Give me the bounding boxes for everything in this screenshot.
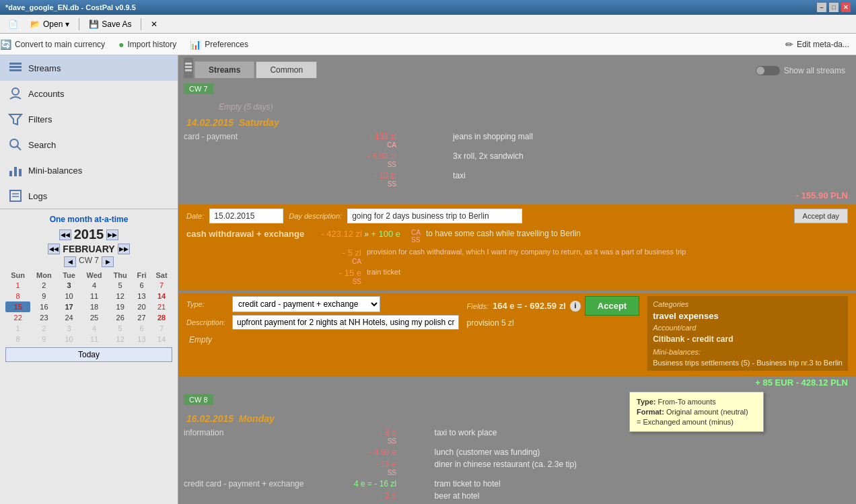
cal-day[interactable]: 2 (30, 280, 57, 291)
cal-day[interactable]: 11 (81, 334, 108, 345)
cal-day[interactable]: 9 (30, 334, 57, 345)
categories-value: travel expenses (653, 311, 843, 321)
cal-day[interactable]: 27 (133, 312, 151, 323)
cal-day[interactable]: 6 (133, 280, 151, 291)
tx-type: card - payment (178, 131, 313, 150)
minimize-button[interactable]: – (817, 3, 826, 12)
sidebar-item-minibalances[interactable]: Mini-balances (0, 157, 178, 183)
today-button[interactable]: Today (5, 347, 172, 362)
cal-prev-year-btn[interactable]: ◀◀ (59, 229, 71, 240)
hl-desc-input[interactable] (347, 209, 522, 223)
form-fields-value: 164 e = - 692.59 zl (493, 301, 566, 311)
convert-currency-button[interactable]: 🔄 Convert to main currency (0, 39, 105, 50)
form-desc-label: Description: (186, 318, 227, 326)
cal-prev-week-btn[interactable]: ◀ (64, 256, 76, 267)
menu-separator-1 (79, 18, 79, 30)
sidebar: Streams Accounts Filters Search Mini-bal… (0, 55, 178, 504)
accept-button[interactable]: Accept (585, 296, 639, 316)
form-row-main: Type: credit card - payment + exchange D… (186, 296, 848, 371)
cal-day[interactable]: 17 (57, 301, 80, 312)
cal-day[interactable]: 14 (151, 334, 172, 345)
cal-day[interactable]: 23 (30, 312, 57, 323)
cal-day[interactable]: 6 (133, 323, 151, 334)
hl-main-tx: cash withdrawal + exchange - 423.12 zl »… (186, 226, 848, 246)
sidebar-item-logs[interactable]: Logs (0, 183, 178, 209)
cal-day[interactable]: 19 (108, 301, 132, 312)
sidebar-item-accounts[interactable]: Accounts (0, 81, 178, 106)
cal-day[interactable]: 8 (5, 334, 30, 345)
cal-day[interactable]: 16 (30, 301, 57, 312)
form-type-select[interactable]: credit card - payment + exchange (232, 296, 380, 312)
cal-day[interactable]: 1 (5, 323, 30, 334)
tx-desc: diner in chinese restaurant (ca. 2.3e ti… (429, 458, 856, 478)
cal-day[interactable]: 4 (81, 323, 108, 334)
account-label: Account/card (653, 324, 843, 332)
svg-rect-12 (185, 63, 192, 65)
cal-day[interactable]: 7 (151, 280, 172, 291)
cal-day[interactable]: 3 (57, 280, 80, 291)
cw8-label: CW 8 (184, 394, 213, 405)
preferences-button[interactable]: 📊 Preferences (190, 39, 248, 50)
tab-common[interactable]: Common (256, 61, 317, 78)
cal-day[interactable]: 21 (151, 301, 172, 312)
cal-day[interactable]: 5 (108, 280, 132, 291)
cal-day[interactable]: 9 (30, 291, 57, 301)
cal-next-month-btn[interactable]: ▶▶ (118, 244, 130, 254)
cal-day[interactable]: 10 (57, 291, 80, 301)
hl-tag-ca: CA (411, 229, 421, 236)
cal-day[interactable]: 24 (57, 312, 80, 323)
cal-day[interactable]: 13 (133, 291, 151, 301)
tx-desc: beer at hotel (429, 490, 856, 502)
menu-save[interactable]: 💾 Save As (83, 18, 137, 30)
tx-type: information (178, 427, 313, 446)
cal-day[interactable]: 4 (81, 280, 108, 291)
edit-meta-button[interactable]: ✏ Edit meta-da... (785, 39, 856, 50)
cal-day[interactable]: 10 (57, 334, 80, 345)
tx-amount: - 10 zl (316, 171, 396, 180)
cal-day[interactable]: 20 (133, 301, 151, 312)
cal-day[interactable]: 3 (57, 323, 80, 334)
highlighted-section: Date: 15.02.2015 Day description: Accept… (178, 205, 856, 291)
cal-day[interactable]: 8 (5, 291, 30, 301)
streams-label: Streams (28, 63, 61, 73)
menu-open[interactable]: 📂 Open ▾ (25, 18, 75, 30)
cal-day[interactable]: 28 (151, 312, 172, 323)
cal-header-sat: Sat (151, 271, 172, 280)
cal-day[interactable]: 22 (5, 312, 30, 323)
sidebar-item-search[interactable]: Search (0, 132, 178, 157)
cal-day[interactable]: 12 (108, 334, 132, 345)
cal-prev-month-btn[interactable]: ◀◀ (48, 244, 60, 254)
show-all-streams-toggle[interactable]: Show all streams (750, 63, 851, 78)
tooltip-format-row: Format: Original amount (neutral) (637, 408, 756, 416)
form-desc-input[interactable] (232, 315, 459, 330)
close-button[interactable]: ✕ (841, 3, 851, 12)
sidebar-item-filters[interactable]: Filters (0, 106, 178, 132)
menu-file-icon[interactable]: 📄 (3, 18, 24, 30)
cal-day[interactable]: 1 (5, 280, 30, 291)
hl-tx-main-desc: to have some cash while travelling to Be… (426, 229, 581, 238)
accept-day-button[interactable]: Accept day (794, 209, 848, 223)
cal-day[interactable]: 7 (151, 323, 172, 334)
hl-date-input[interactable]: 15.02.2015 (209, 209, 283, 223)
toggle-switch[interactable] (756, 66, 780, 75)
menu-close[interactable]: ✕ (145, 18, 163, 30)
cal-day[interactable]: 26 (108, 312, 132, 323)
info-icon[interactable]: i (570, 301, 581, 312)
cal-day[interactable]: 5 (108, 323, 132, 334)
cal-day[interactable]: 14 (151, 291, 172, 301)
window-controls: – □ ✕ (817, 3, 851, 12)
cal-next-year-btn[interactable]: ▶▶ (106, 229, 118, 240)
cal-next-week-btn[interactable]: ▶ (102, 256, 114, 267)
maximize-button[interactable]: □ (829, 3, 839, 12)
import-history-button[interactable]: ● Import history (118, 39, 176, 50)
tab-streams[interactable]: Streams (194, 61, 254, 78)
streams-icon-tab (184, 58, 193, 78)
cal-day[interactable]: 13 (133, 334, 151, 345)
cal-today[interactable]: 15 (5, 301, 30, 312)
cal-day[interactable]: 18 (81, 301, 108, 312)
cal-day[interactable]: 2 (30, 323, 57, 334)
sidebar-item-streams[interactable]: Streams (0, 55, 178, 81)
cal-day[interactable]: 12 (108, 291, 132, 301)
cal-day[interactable]: 25 (81, 312, 108, 323)
cal-day[interactable]: 11 (81, 291, 108, 301)
